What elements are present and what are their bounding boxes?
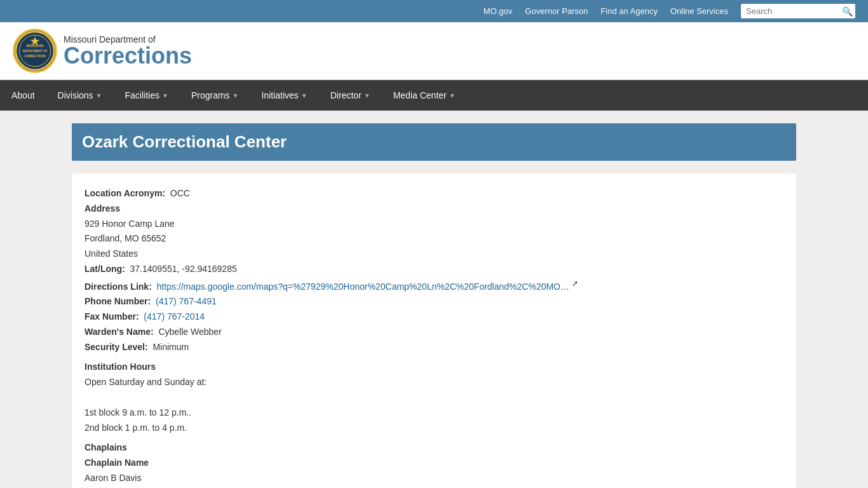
search-input[interactable] — [741, 4, 855, 18]
agency-seal: MISSOURI DEPARTMENT OF CORRECTIONS — [13, 29, 57, 73]
facilities-caret: ▼ — [162, 92, 168, 99]
info-section: Location Acronym: OCC Address 929 Honor … — [72, 173, 796, 488]
warden-value: Cybelle Webber — [158, 327, 221, 337]
address-line1: 929 Honor Camp Lane — [85, 217, 783, 232]
phone-link[interactable]: (417) 767-4491 — [156, 296, 217, 306]
chaplain-name-label: Chaplain Name — [85, 458, 149, 468]
site-header: MISSOURI DEPARTMENT OF CORRECTIONS Misso… — [0, 22, 868, 80]
fax-link[interactable]: (417) 767-2014 — [144, 311, 205, 322]
initiatives-caret: ▼ — [301, 92, 308, 99]
address-line2: Fordland, MO 65652 — [85, 231, 783, 247]
warden-label: Warden's Name: — [85, 327, 154, 337]
main-nav: About Divisions ▼ Facilities ▼ Programs … — [0, 80, 868, 111]
logo-wrap: MISSOURI DEPARTMENT OF CORRECTIONS Misso… — [13, 29, 192, 73]
svg-text:CORRECTIONS: CORRECTIONS — [24, 55, 46, 58]
online-services-link[interactable]: Online Services — [670, 6, 728, 16]
search-wrap: 🔍 — [741, 4, 855, 18]
fax-label: Fax Number: — [85, 311, 139, 322]
directions-label: Directions Link: — [85, 281, 152, 291]
phone-label: Phone Number: — [85, 296, 151, 306]
institution-hours-heading: Institution Hours — [85, 360, 783, 375]
governor-link[interactable]: Governor Parson — [525, 6, 588, 16]
external-link-icon: ➚ — [572, 279, 578, 287]
security-value: Minimum — [153, 342, 189, 352]
svg-text:MISSOURI: MISSOURI — [26, 44, 44, 48]
mo-gov-link[interactable]: MO.gov — [484, 6, 513, 16]
nav-facilities[interactable]: Facilities ▼ — [114, 80, 180, 111]
chaplain-name-value: Aaron B Davis — [85, 471, 783, 486]
media-center-caret: ▼ — [449, 92, 456, 99]
address-line3: United States — [85, 247, 783, 262]
location-acronym-value: OCC — [170, 188, 190, 198]
top-bar: MO.gov Governor Parson Find an Agency On… — [0, 0, 868, 22]
nav-director[interactable]: Director ▼ — [319, 80, 382, 111]
svg-text:DEPARTMENT OF: DEPARTMENT OF — [23, 50, 48, 53]
address-label: Address — [85, 203, 120, 214]
page-title: Ozark Correctional Center — [72, 123, 796, 161]
nav-divisions[interactable]: Divisions ▼ — [46, 80, 114, 111]
logo-text: Missouri Department of Corrections — [64, 34, 192, 67]
divisions-caret: ▼ — [96, 92, 102, 99]
lat-long-value: 37.1409551, -92.94169285 — [130, 264, 237, 274]
lat-long-label: Lat/Long: — [85, 264, 125, 274]
search-button[interactable]: 🔍 — [842, 6, 853, 17]
nav-media-center[interactable]: Media Center ▼ — [382, 80, 467, 111]
find-agency-link[interactable]: Find an Agency — [600, 6, 658, 16]
nav-initiatives[interactable]: Initiatives ▼ — [250, 80, 318, 111]
nav-about[interactable]: About — [0, 80, 46, 111]
block1-text: 1st block 9 a.m. to 12 p.m.. — [85, 405, 783, 421]
location-acronym-label: Location Acronym: — [85, 188, 165, 198]
corrections-label: Corrections — [64, 44, 192, 67]
director-caret: ▼ — [364, 92, 370, 99]
content-wrap: Ozark Correctional Center Location Acron… — [59, 123, 809, 488]
programs-caret: ▼ — [233, 92, 239, 99]
nav-programs[interactable]: Programs ▼ — [180, 80, 250, 111]
institution-hours-text: Open Saturday and Sunday at: — [85, 375, 783, 390]
block2-text: 2nd block 1 p.m. to 4 p.m. — [85, 421, 783, 436]
security-label: Security Level: — [85, 342, 148, 352]
chaplains-heading: Chaplains — [85, 440, 783, 456]
directions-link[interactable]: https://maps.google.com/maps?q=%27929%20… — [157, 281, 569, 291]
